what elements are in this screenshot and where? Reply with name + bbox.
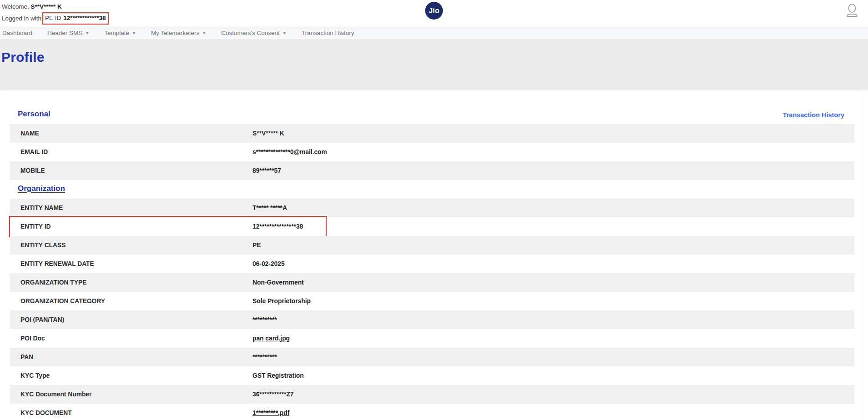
section-organization: Organization <box>0 184 863 199</box>
table-row-poi-doc: POI Doc pan card.jpg <box>10 329 854 348</box>
row-label: POI (PAN/TAN) <box>20 316 252 323</box>
user-icon[interactable] <box>846 4 858 17</box>
row-value: GST Registration <box>252 372 304 379</box>
poi-doc-link[interactable]: pan card.jpg <box>252 335 290 342</box>
row-label: ORGANIZATION TYPE <box>20 279 252 286</box>
row-value: ********** <box>252 316 277 323</box>
nav-item-template[interactable]: Template ▼ <box>104 30 136 36</box>
welcome-username: S**V***** K <box>31 3 62 10</box>
nav-item-label: Header SMS <box>47 30 82 36</box>
table-row-entity-id: ENTITY ID 12***************38 <box>10 217 854 236</box>
table-row-organization-category: ORGANIZATION CATEGORY Sole Proprietorshi… <box>10 292 854 310</box>
table-row-entity-renewal-date: ENTITY RENEWAL DATE 06-02-2025 <box>10 255 854 273</box>
table-row-entity-class: ENTITY CLASS PE <box>10 236 854 255</box>
section-gap <box>0 180 863 184</box>
row-label: KYC DOCUMENT <box>20 410 252 416</box>
top-header: Welcome, S**V***** K Logged in withPE ID… <box>0 0 868 26</box>
table-row-pan: PAN ********** <box>10 348 854 366</box>
row-value: s**************0@mail.com <box>252 149 327 155</box>
row-value: 36***********Z7 <box>252 391 294 398</box>
personal-rows: NAME S**V***** K EMAIL ID s*************… <box>10 124 854 180</box>
kyc-document-link[interactable]: 1*********.pdf <box>252 410 289 416</box>
pe-id-label: PE ID <box>45 14 61 23</box>
row-value: T***** *****A <box>252 205 287 211</box>
row-value: ********** <box>252 354 277 360</box>
login-line: Logged in withPE ID12************38 <box>2 12 109 25</box>
table-row-name: NAME S**V***** K <box>10 124 854 143</box>
row-label: NAME <box>20 130 252 137</box>
nav-item-label: Template <box>104 30 129 36</box>
table-row-entity-name: ENTITY NAME T***** *****A <box>10 199 854 217</box>
section-personal: Personal <box>0 110 863 124</box>
nav-item-transaction-history[interactable]: Transaction History <box>302 30 354 36</box>
row-label: ENTITY ID <box>20 223 252 230</box>
chevron-down-icon: ▼ <box>132 30 136 35</box>
welcome-prefix: Welcome, <box>2 3 31 10</box>
pe-id-value: 12************38 <box>63 14 106 23</box>
profile-card: Transaction History Personal NAME S**V**… <box>0 90 863 420</box>
nav-item-dashboard[interactable]: Dashboard <box>2 30 32 36</box>
main-nav: Dashboard Header SMS ▼ Template ▼ My Tel… <box>0 26 868 40</box>
table-row-kyc-document: KYC DOCUMENT 1*********.pdf <box>10 404 854 420</box>
row-value: S**V***** K <box>252 130 284 137</box>
row-value: 06-02-2025 <box>252 260 285 267</box>
row-label: EMAIL ID <box>20 149 252 155</box>
table-row-email: EMAIL ID s**************0@mail.com <box>10 143 854 161</box>
chevron-down-icon: ▼ <box>85 30 89 35</box>
page-title: Profile <box>1 50 868 65</box>
title-band: Profile <box>0 40 868 90</box>
section-heading-personal[interactable]: Personal <box>18 110 50 119</box>
row-label: ENTITY RENEWAL DATE <box>20 260 252 267</box>
row-label: ENTITY NAME <box>20 205 252 211</box>
nav-item-label: Customers's Consent <box>221 30 280 36</box>
row-label: ENTITY CLASS <box>20 242 252 249</box>
row-label: ORGANIZATION CATEGORY <box>20 298 252 305</box>
nav-item-label: Transaction History <box>302 30 354 36</box>
organization-rows: ENTITY NAME T***** *****A ENTITY ID 12**… <box>10 199 854 420</box>
nav-item-customers-consent[interactable]: Customers's Consent ▼ <box>221 30 287 36</box>
row-label: POI Doc <box>20 335 252 342</box>
row-value: 89******57 <box>252 167 281 174</box>
section-heading-organization[interactable]: Organization <box>18 184 65 193</box>
pe-id-highlight-box: PE ID12************38 <box>42 12 109 25</box>
row-label: KYC Document Number <box>20 391 252 398</box>
welcome-line: Welcome, S**V***** K <box>2 2 109 11</box>
login-prefix: Logged in with <box>2 14 41 23</box>
row-value: Sole Proprietorship <box>252 298 311 305</box>
welcome-block: Welcome, S**V***** K Logged in withPE ID… <box>2 2 109 25</box>
nav-item-label: My Telemarketers <box>151 30 199 36</box>
jio-logo-text: Jio <box>429 7 439 15</box>
jio-logo: Jio <box>425 2 443 20</box>
chevron-down-icon: ▼ <box>283 30 287 35</box>
row-label: PAN <box>20 354 252 360</box>
table-row-poi-pan-tan: POI (PAN/TAN) ********** <box>10 310 854 329</box>
table-row-kyc-type: KYC Type GST Registration <box>10 366 854 385</box>
table-row-mobile: MOBILE 89******57 <box>10 161 854 180</box>
row-label: MOBILE <box>20 167 252 174</box>
nav-item-header-sms[interactable]: Header SMS ▼ <box>47 30 89 36</box>
chevron-down-icon: ▼ <box>202 30 206 35</box>
nav-item-label: Dashboard <box>2 30 32 36</box>
transaction-history-link[interactable]: Transaction History <box>783 111 844 119</box>
row-label: KYC Type <box>20 372 252 379</box>
row-value: Non-Government <box>252 279 304 286</box>
row-value: 12***************38 <box>252 223 303 230</box>
row-value: PE <box>252 242 261 249</box>
table-row-kyc-document-number: KYC Document Number 36***********Z7 <box>10 385 854 404</box>
table-row-organization-type: ORGANIZATION TYPE Non-Government <box>10 273 854 292</box>
nav-item-my-telemarketers[interactable]: My Telemarketers ▼ <box>151 30 206 36</box>
